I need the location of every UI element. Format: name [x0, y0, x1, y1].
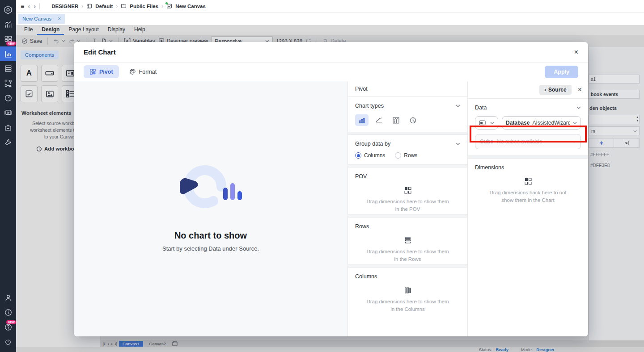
info-icon[interactable]	[0, 305, 16, 320]
radio-columns-label: Columns	[364, 152, 385, 159]
close-icon[interactable]: ×	[578, 86, 582, 94]
pov-label: POV	[355, 173, 460, 180]
source-button-label: Source	[548, 87, 567, 93]
chart-type-bar[interactable]	[355, 114, 369, 126]
chart-type-combo[interactable]	[389, 114, 402, 126]
chevron-down-icon[interactable]	[456, 105, 460, 107]
rows-hint: Drag dimensions here to show them in the…	[365, 248, 450, 264]
chart-types-label: Chart types	[355, 103, 384, 109]
columns-label: Columns	[355, 273, 460, 280]
new-badge: NEW	[6, 320, 16, 324]
chevron-down-icon	[572, 140, 576, 143]
pivot-panel-header: Pivot	[348, 81, 467, 97]
database-icon	[479, 120, 486, 126]
group-data-section: Group data by Columns Rows	[348, 135, 467, 164]
canvas-designer-icon[interactable]	[0, 46, 16, 61]
modal-header: Edit Chart ×	[74, 42, 588, 63]
chevron-down-icon	[490, 122, 494, 124]
pov-dropzone[interactable]: POV Drag dimensions here to show them in…	[348, 168, 467, 214]
group-data-label: Group data by	[355, 141, 390, 147]
topbar: ≡ ‹ › DESIGNER › Default › Public Files …	[16, 0, 644, 13]
data-label: Data	[475, 105, 487, 111]
dimensions-grid-icon	[525, 178, 532, 185]
datasets-icon[interactable]	[0, 61, 16, 76]
tab-pivot[interactable]: Pivot	[84, 65, 119, 78]
section-divider	[348, 264, 467, 268]
divider	[39, 3, 40, 9]
chart-preview-area: No chart to show Start by selecting Data…	[74, 81, 347, 336]
radio-rows[interactable]: Rows	[395, 152, 417, 159]
menu-icon[interactable]: ≡	[21, 3, 24, 9]
palette-icon	[129, 68, 136, 75]
dashboards-icon[interactable]: NEW	[0, 32, 16, 46]
chevron-down-icon[interactable]	[576, 106, 581, 109]
pov-hint: Drag dimensions here to show them in the…	[365, 198, 450, 214]
models-icon[interactable]	[0, 76, 16, 91]
cube-placeholder: No cubes available	[497, 138, 568, 145]
bar-chart-icon	[358, 117, 366, 124]
breadcrumb-separator: ›	[161, 3, 163, 9]
section-divider	[348, 164, 467, 168]
pivot-grid-icon	[89, 68, 96, 75]
workspace-icon[interactable]	[0, 120, 16, 135]
source-panel: › Source × Data	[467, 81, 588, 336]
app-logo-icon[interactable]	[0, 2, 16, 17]
modal-title: Edit Chart	[84, 48, 116, 56]
breadcrumb-new-canvas[interactable]: New Canvas	[175, 4, 206, 9]
rows-dropzone[interactable]: Rows Drag dimensions here to show them i…	[348, 218, 467, 264]
analytics-icon[interactable]	[0, 17, 16, 32]
power-icon[interactable]	[0, 335, 16, 349]
database-select[interactable]: Database AIssistedWizardDemoD...	[502, 116, 581, 130]
group-radio-group: Columns Rows	[355, 152, 460, 159]
user-icon[interactable]	[0, 290, 16, 305]
tools-icon[interactable]	[0, 135, 16, 150]
dimensions-hint: Drag dimensions back here to not show th…	[486, 189, 571, 205]
columns-dropzone[interactable]: Columns Drag dimensions here to show the…	[348, 268, 467, 336]
breadcrumb-public-files[interactable]: Public Files	[130, 4, 158, 9]
rows-label: Rows	[355, 223, 460, 230]
source-type-select[interactable]	[475, 116, 498, 130]
chart-type-area[interactable]	[372, 114, 386, 126]
chevron-down-icon[interactable]	[456, 142, 460, 145]
dimensions-dropzone[interactable]: Dimensions Drag dimensions back here to …	[468, 159, 588, 336]
radio-rows-label: Rows	[404, 152, 417, 159]
source-toggle-button[interactable]: › Source	[539, 85, 572, 95]
section-divider	[348, 132, 467, 135]
breadcrumb-separator: ›	[116, 3, 118, 9]
edit-chart-modal: Edit Chart × Pivot Format Apply	[74, 42, 588, 336]
chart-type-list	[355, 114, 460, 126]
database-value: AIssistedWizardDemoD...	[532, 120, 570, 126]
breadcrumb-default[interactable]: Default	[95, 4, 113, 9]
section-divider	[468, 155, 588, 159]
no-chart-illustration	[173, 164, 249, 214]
pov-grid-icon	[404, 187, 411, 194]
chevron-right-icon: ›	[544, 87, 546, 93]
left-rail: NEW NEW	[0, 0, 16, 352]
section-divider	[348, 214, 467, 218]
presentation-icon[interactable]	[0, 105, 16, 120]
chart-type-pie[interactable]	[406, 114, 419, 126]
nav-forward-icon[interactable]: ›	[34, 2, 36, 10]
cube-select[interactable]: Cube No cubes available	[475, 134, 581, 149]
radio-unselected-icon	[395, 152, 401, 159]
radio-columns[interactable]: Columns	[355, 152, 385, 159]
data-section: Data	[468, 99, 588, 115]
help-icon[interactable]: NEW	[0, 320, 16, 335]
source-panel-header: › Source ×	[468, 81, 588, 99]
tab-format[interactable]: Format	[123, 65, 163, 78]
close-icon[interactable]: ×	[58, 16, 61, 22]
tab-label: New Canvas	[22, 16, 51, 21]
apply-button[interactable]: Apply	[545, 66, 578, 78]
columns-icon	[404, 287, 411, 294]
combo-chart-icon	[392, 117, 400, 124]
nav-back-icon[interactable]: ‹	[28, 2, 30, 10]
canvas-file-icon	[166, 3, 172, 9]
database-label: Database	[506, 120, 530, 126]
modal-tab-bar: Pivot Format Apply	[74, 63, 588, 81]
tab-new-canvas[interactable]: New Canvas ×	[18, 14, 65, 24]
radio-selected-icon	[355, 152, 361, 159]
close-icon[interactable]: ×	[574, 48, 578, 56]
breadcrumb-designer[interactable]: DESIGNER	[51, 4, 78, 9]
gauge-icon[interactable]	[0, 91, 16, 105]
chevron-down-icon	[573, 122, 577, 124]
